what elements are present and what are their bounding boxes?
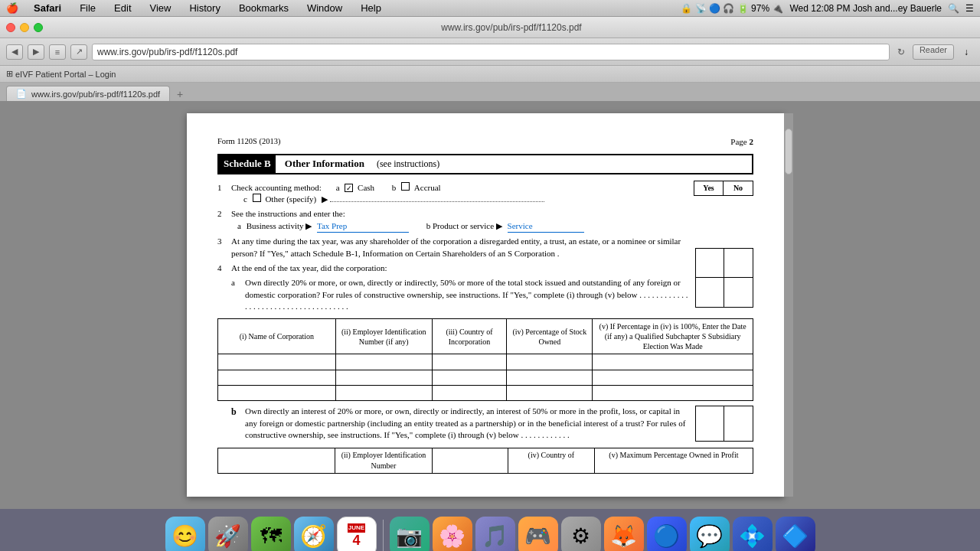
q3-no-cell[interactable] bbox=[724, 249, 753, 277]
menu-file[interactable]: File bbox=[77, 2, 99, 14]
bottom-col4: (iv) Country of bbox=[508, 448, 595, 473]
corp-country-cell-3[interactable] bbox=[432, 386, 507, 401]
back-button[interactable]: ◀ bbox=[6, 44, 23, 60]
q4b-no-cell[interactable] bbox=[724, 406, 753, 440]
scroll-thumb[interactable] bbox=[785, 129, 792, 174]
menu-help[interactable]: Help bbox=[358, 2, 384, 14]
corp-pct-cell-2[interactable] bbox=[507, 370, 593, 386]
menu-safari[interactable]: Safari bbox=[31, 2, 64, 14]
corp-ein-cell-1[interactable] bbox=[335, 354, 432, 370]
corp-pct-cell-1[interactable] bbox=[507, 354, 593, 370]
menu-window[interactable]: Window bbox=[304, 2, 345, 14]
q3-yes-cell[interactable] bbox=[696, 249, 724, 277]
skype2-icon: 🔷 bbox=[782, 523, 808, 549]
tab-title: www.irs.gov/pub/irs-pdf/f1120s.pdf bbox=[31, 90, 160, 99]
dock-spotify[interactable]: 🎮 bbox=[518, 517, 558, 551]
no-header: No bbox=[724, 181, 753, 195]
corp-name-input-1[interactable] bbox=[221, 357, 332, 366]
close-button[interactable] bbox=[6, 23, 15, 32]
col-pct-header: (iv) Percentage of Stock Owned bbox=[507, 319, 593, 354]
launchpad-icon: 🚀 bbox=[214, 523, 241, 549]
q2-a-prefix: Business activity ▶ bbox=[247, 221, 312, 230]
form-header: Form 1120S (2013) Page 2 bbox=[217, 136, 753, 148]
menu-view[interactable]: View bbox=[147, 2, 175, 14]
dock-music[interactable]: 🎵 bbox=[475, 517, 515, 551]
q1-checkbox-other[interactable] bbox=[253, 194, 263, 204]
corp-ein-cell-3[interactable] bbox=[335, 386, 432, 401]
tab-favicon: 📄 bbox=[16, 89, 27, 99]
title-bar: www.irs.gov/pub/irs-pdf/f1120s.pdf bbox=[0, 17, 980, 38]
bottom-col3 bbox=[433, 448, 508, 473]
corp-pct-cell-3[interactable] bbox=[507, 386, 593, 401]
messages-icon: 💬 bbox=[696, 523, 723, 549]
active-tab[interactable]: 📄 www.irs.gov/pub/irs-pdf/f1120s.pdf bbox=[6, 86, 170, 101]
q4a-content: Own directly 20% or more, or own, direct… bbox=[245, 277, 692, 312]
dock-chrome[interactable]: 🔵 bbox=[647, 517, 687, 551]
q1-checkbox-accrual[interactable] bbox=[401, 183, 412, 192]
dock-maps[interactable]: 🗺 bbox=[251, 517, 291, 551]
q1-c-label: c bbox=[243, 194, 247, 204]
list-icon[interactable]: ☰ bbox=[965, 3, 974, 14]
clock-display: Wed 12:08 PM Josh and...ey Bauerle bbox=[789, 3, 942, 14]
reload-button[interactable]: ↻ bbox=[894, 45, 908, 59]
corp-date-cell-1[interactable] bbox=[593, 354, 753, 370]
new-tab-button[interactable]: + bbox=[173, 87, 187, 101]
dock-separator bbox=[383, 520, 384, 551]
q4a-yes-cell[interactable] bbox=[696, 278, 724, 307]
col-name-header: (i) Name of Corporation bbox=[218, 319, 336, 354]
corp-country-cell-2[interactable] bbox=[432, 370, 507, 386]
maximize-button[interactable] bbox=[34, 23, 43, 32]
corp-name-cell-1[interactable] bbox=[218, 354, 336, 370]
q4a-no-cell[interactable] bbox=[724, 278, 753, 307]
corp-ein-cell-2[interactable] bbox=[335, 370, 432, 386]
bookmark-icon: ⊞ bbox=[6, 69, 13, 79]
col-ein-header: (ii) Employer Identification Number (if … bbox=[335, 319, 432, 354]
q1-cash-label: Cash bbox=[358, 183, 374, 192]
q1-checkbox-cash[interactable]: ✓ bbox=[345, 183, 355, 192]
forward-button[interactable]: ▶ bbox=[28, 44, 44, 60]
dock-skype[interactable]: 💠 bbox=[733, 517, 773, 551]
menu-history[interactable]: History bbox=[186, 2, 223, 14]
dock-facetime[interactable]: 📷 bbox=[390, 517, 430, 551]
menu-edit[interactable]: Edit bbox=[111, 2, 134, 14]
q2-service-value[interactable]: Service bbox=[508, 220, 584, 233]
dock-finder[interactable]: 😊 bbox=[165, 517, 205, 551]
corp-name-cell-3[interactable] bbox=[218, 386, 336, 401]
dock-firefox[interactable]: 🦊 bbox=[604, 517, 644, 551]
minimize-button[interactable] bbox=[20, 23, 29, 32]
other-specify-line[interactable] bbox=[330, 201, 544, 202]
content-area: Form 1120S (2013) Page 2 Schedule B Othe… bbox=[0, 101, 980, 509]
corp-date-cell-3[interactable] bbox=[593, 386, 753, 401]
search-icon[interactable]: 🔍 bbox=[948, 3, 959, 14]
share-button[interactable]: ↗ bbox=[70, 44, 87, 60]
reader-button[interactable]: Reader bbox=[913, 44, 954, 60]
question-4: 4 At the end of the tax year, did the co… bbox=[217, 262, 692, 274]
corp-country-cell-1[interactable] bbox=[432, 354, 507, 370]
bookmark-ivf[interactable]: ⊞ eIVF Patient Portal – Login bbox=[6, 69, 116, 79]
dock-skype2[interactable]: 🔷 bbox=[776, 517, 815, 551]
q2-activity-value[interactable]: Tax Prep bbox=[317, 220, 409, 233]
dock-safari[interactable]: 🧭 bbox=[294, 517, 334, 551]
downloads-button[interactable]: ↓ bbox=[959, 44, 974, 60]
dock-photos[interactable]: 🌸 bbox=[433, 517, 472, 551]
dock-messages[interactable]: 💬 bbox=[690, 517, 730, 551]
dock-calendar[interactable]: JUNE 4 bbox=[337, 517, 377, 551]
apple-menu[interactable]: 🍎 bbox=[6, 2, 18, 14]
corp-date-cell-2[interactable] bbox=[593, 370, 753, 386]
menu-bookmarks[interactable]: Bookmarks bbox=[236, 2, 292, 14]
q4a-yn-row bbox=[696, 278, 753, 307]
q2-number: 2 bbox=[217, 208, 231, 233]
corporation-table-container: (i) Name of Corporation (ii) Employer Id… bbox=[217, 318, 753, 401]
system-status-icons: 🔒 📡 🔵 🎧 🔋 97% 🔌 bbox=[681, 3, 783, 14]
sidebar-toggle[interactable]: ≡ bbox=[49, 44, 66, 60]
bookmark-label: eIVF Patient Portal – Login bbox=[15, 70, 116, 79]
address-bar[interactable]: www.irs.gov/pub/irs-pdf/f1120s.pdf bbox=[92, 44, 890, 60]
dock-settings[interactable]: ⚙ bbox=[561, 517, 601, 551]
check-other-icon bbox=[253, 194, 261, 202]
scroll-bar[interactable] bbox=[784, 113, 793, 497]
corp-name-cell-2[interactable] bbox=[218, 370, 336, 386]
dock-launchpad[interactable]: 🚀 bbox=[208, 517, 248, 551]
col-country-header: (iii) Country of Incorporation bbox=[432, 319, 507, 354]
bottom-col1 bbox=[218, 448, 335, 473]
q4b-yes-cell[interactable] bbox=[696, 406, 724, 440]
